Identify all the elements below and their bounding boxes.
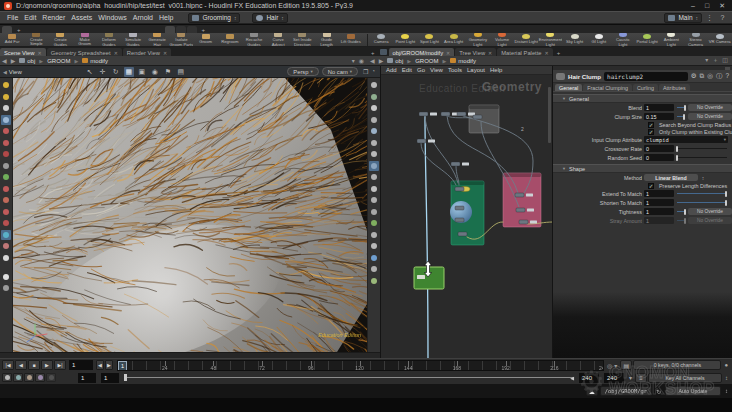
groom-tool-icon[interactable]	[1, 115, 11, 125]
shelf-tool[interactable]: Stereo Camera	[683, 33, 707, 47]
viewport-canvas[interactable]	[13, 78, 367, 352]
grid-tool-icon[interactable]: ▤	[176, 67, 186, 77]
close-button[interactable]: ✕	[719, 2, 725, 10]
shelf-tool[interactable]: Add Fur	[0, 34, 24, 44]
node-wire[interactable]	[481, 122, 519, 207]
breadcrumb-item[interactable]: ▶ GROOM	[37, 58, 72, 64]
desktop-selector-spinner[interactable]: ↕	[234, 15, 237, 21]
attribute-combo-field[interactable]: clumpid▾	[644, 136, 728, 143]
display-option-icon[interactable]	[369, 172, 379, 182]
groom-tool-icon[interactable]	[1, 184, 11, 194]
groom-tool-icon[interactable]	[1, 195, 11, 205]
param-value-field[interactable]: 0	[644, 145, 674, 152]
network-node[interactable]	[417, 139, 426, 143]
param-slider[interactable]	[676, 104, 686, 111]
network-node[interactable]	[458, 232, 467, 236]
groom-tool-icon[interactable]	[1, 126, 11, 136]
menu-item[interactable]: Render	[39, 14, 68, 21]
info-icon[interactable]: ⓘ	[716, 72, 723, 81]
minimize-button[interactable]: –	[691, 2, 695, 10]
shelf-tool[interactable]: Portal Light	[635, 34, 659, 44]
lock-keys-icon[interactable]: ●	[724, 362, 728, 368]
network-menu-item[interactable]: Help	[490, 67, 502, 73]
viewport-layout-icon[interactable]: ❐	[363, 68, 368, 75]
key-all-spinner[interactable]: ↕	[725, 375, 728, 381]
network-menu-item[interactable]: Go	[417, 67, 425, 73]
breadcrumb-item[interactable]: ▶ GROOM	[405, 58, 440, 64]
transport-button[interactable]: ▶|	[54, 360, 66, 370]
playhead[interactable]: 1	[118, 361, 127, 371]
groom-tool-icon[interactable]	[1, 103, 11, 113]
update-mode-spinner[interactable]: ↕	[725, 388, 728, 394]
checkbox[interactable]: ✓	[648, 122, 654, 128]
main-desktop-selector[interactable]: Main ↕	[664, 13, 702, 23]
rotate-tool-icon[interactable]: ↻	[111, 67, 121, 77]
camera-selector[interactable]: No cam ▾	[322, 67, 358, 76]
key-all-channels-button[interactable]: Key All Channels	[648, 373, 722, 383]
net-path-snapshot-icon[interactable]: ◫	[722, 56, 728, 65]
playbar-zoom-icon[interactable]: ◎	[607, 362, 612, 369]
display-option-icon[interactable]	[369, 218, 379, 228]
groom-tool-icon[interactable]	[1, 138, 11, 148]
groom-tool-icon[interactable]	[1, 230, 11, 240]
shelf-tool[interactable]: Point Light	[393, 34, 417, 44]
viewport-options-icon[interactable]: ◔	[371, 68, 375, 75]
shelf-tool[interactable]: Ambient Light	[659, 33, 683, 47]
network-node[interactable]	[455, 218, 464, 222]
network-menu-item[interactable]: Add	[386, 67, 397, 73]
network-scrollbar[interactable]	[548, 87, 551, 143]
network-node[interactable]	[457, 112, 466, 116]
section-collapse-icon[interactable]: ▼	[562, 96, 566, 101]
network-node[interactable]	[455, 206, 464, 210]
radial-menu-selector[interactable]: Hair ↕	[252, 13, 287, 23]
range-end-sub-field[interactable]: 240	[604, 373, 624, 383]
shelf-tool[interactable]: Lift Guides	[339, 34, 363, 44]
param-value-field[interactable]: 1	[644, 208, 674, 215]
param-slider[interactable]	[676, 199, 728, 206]
menu-item[interactable]: Edit	[21, 14, 39, 21]
network-menu-item[interactable]: Tools	[448, 67, 462, 73]
network-node[interactable]	[451, 162, 460, 166]
groom-tool-icon[interactable]	[1, 272, 11, 282]
flag-tool-icon[interactable]: ⚑	[163, 67, 173, 77]
shelf-tool[interactable]: Simulate Guides	[121, 33, 145, 47]
param-value-field[interactable]: 1	[644, 199, 674, 206]
net-path-dropdown-icon[interactable]: ▾	[705, 56, 708, 65]
param-slider[interactable]	[676, 145, 728, 152]
display-option-icon[interactable]	[369, 103, 379, 113]
update-mode-button[interactable]: Auto Update	[665, 386, 721, 396]
transport-button[interactable]: ◀	[15, 360, 27, 370]
slider-handle[interactable]	[676, 146, 678, 152]
node-wire[interactable]	[425, 116, 428, 358]
radial-menu-spinner[interactable]: ↕	[281, 15, 284, 21]
shelf-tool[interactable]: Curve Advect	[266, 33, 290, 47]
scene-viewport[interactable]: Education Edition	[13, 78, 367, 352]
groom-tool-icon[interactable]	[1, 218, 11, 228]
next-key-button[interactable]: ▶	[105, 360, 113, 370]
display-option-icon[interactable]	[369, 138, 379, 148]
shelf-tool[interactable]: Caustic Light	[611, 33, 635, 47]
menu-item[interactable]: Windows	[95, 14, 129, 21]
breadcrumb-item[interactable]: ▶ modify	[440, 58, 478, 64]
display-option-icon[interactable]	[369, 276, 379, 286]
param-tab-attributes[interactable]: Attributes	[659, 84, 690, 91]
view-tool-icon[interactable]: ◉	[150, 67, 160, 77]
shelf-tool[interactable]: Deform Guides	[97, 33, 121, 47]
param-slider[interactable]	[676, 154, 728, 161]
prev-key-button[interactable]: ◀	[96, 360, 104, 370]
param-section-general[interactable]: ▼General	[553, 94, 732, 103]
shelf-tool[interactable]: Area Light	[442, 34, 466, 44]
groom-tool-icon[interactable]	[1, 92, 11, 102]
network-node[interactable]	[519, 220, 528, 224]
shelf-tool[interactable]: Create Simple Guide Groom	[24, 33, 48, 47]
layout-menu-icon[interactable]: ⋮	[704, 14, 715, 22]
override-button[interactable]: No Override	[688, 208, 732, 215]
display-option-icon[interactable]	[369, 195, 379, 205]
perspective-selector[interactable]: Persp ▾	[287, 67, 318, 76]
loop-mode-icon[interactable]	[24, 373, 34, 382]
slider-handle[interactable]	[683, 114, 685, 120]
network-node[interactable]	[441, 112, 450, 116]
groom-tool-icon[interactable]	[1, 172, 11, 182]
param-tab-fractal-clumping[interactable]: Fractal Clumping	[583, 84, 632, 91]
pin-params-icon[interactable]: ⧉	[700, 72, 705, 81]
